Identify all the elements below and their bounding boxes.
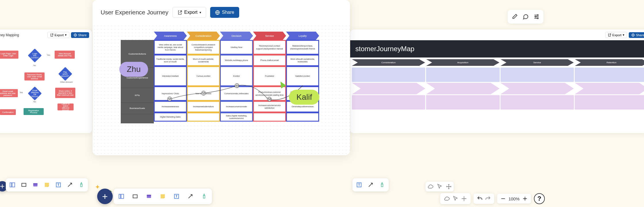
journey-cell[interactable]: Traditional media, social media, word of… [155, 55, 186, 65]
right-mini-toolbar [352, 178, 389, 191]
edit-icon[interactable] [510, 12, 519, 21]
journey-cell[interactable]: UseBuy Now [221, 41, 252, 54]
zoom-level[interactable]: 100% [507, 196, 521, 201]
cjm-tab: Service [501, 59, 574, 66]
journey-stage-header[interactable]: Consideration [187, 32, 220, 40]
card-icon[interactable] [143, 190, 155, 202]
rectangle-icon[interactable] [129, 190, 141, 202]
help-button[interactable]: ? [534, 193, 545, 204]
svg-rect-8 [22, 183, 26, 187]
highlighter-icon[interactable] [377, 180, 387, 190]
label-yes-2: Yes [20, 91, 23, 93]
journey-cell[interactable]: Increasewebsitevisitors [188, 102, 219, 112]
journey-stage-header[interactable]: Loyalty [286, 32, 319, 40]
text-frame-icon[interactable] [53, 180, 63, 190]
node-resetemail: Reset email address and new password [0, 89, 18, 97]
add-fab[interactable]: + [97, 189, 113, 204]
journey-stage-header[interactable]: Decision [220, 32, 253, 40]
journey-stage-header[interactable]: Awareness [154, 32, 187, 40]
text-frame-icon[interactable] [354, 180, 364, 190]
canvas-controls: 100% ? [440, 193, 545, 204]
text-frame-icon[interactable] [170, 190, 183, 202]
export-button[interactable]: Export ▾ [172, 7, 206, 18]
caret-down-icon: ▾ [65, 33, 67, 37]
journey-cell[interactable]: Conductresearch,research competitors,com… [188, 41, 219, 54]
face-happy-icon [235, 83, 239, 88]
journey-cell[interactable]: Makeanotherpurchase, shareexperiencewith… [287, 41, 318, 54]
zoom-in-icon[interactable] [522, 195, 528, 202]
journey-cell[interactable]: Increaseconversionrate [221, 102, 252, 112]
cjm-stage-tabs: Consideration Acquisition Service Retent… [350, 57, 644, 68]
journey-cell[interactable]: Increasecustomerservice satisfaction [254, 102, 285, 112]
settings-sliders-icon[interactable] [532, 12, 541, 21]
share-button[interactable]: Share [210, 7, 239, 18]
svg-rect-10 [33, 183, 38, 185]
export-button-small[interactable]: Export ▾ [47, 32, 69, 38]
export-button-small-right[interactable]: Export ▾ [605, 32, 627, 38]
journey-cell[interactable]: Phone,chatbot,email [254, 55, 285, 65]
journey-cell[interactable]: Word of mouth,website, socialmedia [188, 55, 219, 65]
journey-cell[interactable] [188, 113, 219, 121]
journey-sidebar-label [121, 114, 154, 123]
cloud-icon[interactable] [427, 183, 434, 190]
caret-down-icon: ▾ [623, 33, 624, 37]
export-icon [608, 33, 611, 37]
sticky-note-icon[interactable] [42, 180, 52, 190]
journey-cell[interactable]: Interested,hesitant [155, 67, 186, 85]
share-button-small-right[interactable]: Share [629, 32, 644, 38]
svg-point-5 [537, 18, 538, 19]
card-icon[interactable] [30, 180, 40, 190]
rectangle-icon[interactable] [19, 180, 29, 190]
journey-cell[interactable]: Increaseawareness [155, 102, 186, 112]
undo-icon[interactable] [476, 195, 483, 202]
left-title: er Journey Mapping [0, 33, 46, 37]
journey-sidebar-label: KPIs [121, 88, 154, 103]
cjm-tab: Acquisition [426, 59, 500, 66]
highlighter-icon[interactable] [198, 190, 210, 202]
panels-icon[interactable] [115, 190, 127, 202]
journey-cell[interactable]: Receiveproduct,contact support,readopera… [254, 41, 285, 54]
arrow-icon[interactable] [184, 190, 196, 202]
face-neutral-icon [201, 91, 206, 95]
node-account: View Account details and Pay [55, 51, 75, 59]
node-emailmatch: Email Matches DB Record [28, 87, 42, 100]
pointer-icon[interactable] [436, 183, 443, 190]
journey-cell[interactable]: Curious,excited [188, 67, 219, 85]
move-icon[interactable] [445, 183, 453, 190]
journey-stage-header[interactable]: Service [253, 32, 286, 40]
highlighter-icon[interactable] [76, 180, 86, 190]
journey-cell[interactable]: Digital Marketing,Sales [155, 113, 186, 121]
panels-icon[interactable] [7, 180, 17, 190]
move-icon[interactable] [460, 195, 468, 202]
arrow-icon[interactable] [65, 180, 75, 190]
journey-map[interactable]: CustomerActionsCustomerExperienceKPIsBus… [121, 32, 319, 123]
zoom-out-icon[interactable] [500, 195, 506, 202]
arrow-icon[interactable] [366, 180, 375, 190]
svg-point-3 [537, 15, 538, 16]
collaborator-cursor-zhu: Zhu [119, 62, 148, 77]
svg-rect-16 [147, 195, 151, 196]
label-no: No [33, 64, 36, 66]
cloud-sync-icon[interactable] [443, 195, 451, 202]
node-registration: Registration Process [24, 108, 44, 115]
journey-cell[interactable] [287, 113, 318, 121]
journey-cell[interactable]: Website,mobileapp,phone [221, 55, 252, 65]
flowchart-canvas: Login Page; User enter Login Login Info … [0, 40, 92, 129]
document-title[interactable]: User Experience Journey [101, 9, 168, 16]
redo-icon[interactable] [484, 195, 491, 202]
journey-cell[interactable]: Conversionrate,onlinesales [221, 87, 252, 100]
journey-cell[interactable]: Sales,Digital marketing, customerservice [221, 113, 252, 121]
journey-cell[interactable]: Excited [221, 67, 252, 85]
journey-cell[interactable] [254, 113, 285, 121]
node-notice: Show notice, if payment is less than min… [55, 88, 75, 98]
journey-cell[interactable]: Word ofmouth,socialmedia, reviewsites [287, 55, 318, 65]
sticky-note-icon[interactable] [157, 190, 169, 202]
share-button-small[interactable]: Share [71, 32, 89, 38]
comment-icon[interactable] [521, 12, 530, 21]
label-yes: Yes [47, 54, 50, 56]
face-neutral-icon [167, 97, 172, 101]
journey-cell[interactable]: Satisfied,excited [287, 67, 318, 85]
journey-cell[interactable]: View online ad, see social media campaig… [155, 41, 186, 54]
pointer-icon[interactable] [452, 195, 459, 202]
sparkle-icon: ✦ [95, 183, 100, 191]
